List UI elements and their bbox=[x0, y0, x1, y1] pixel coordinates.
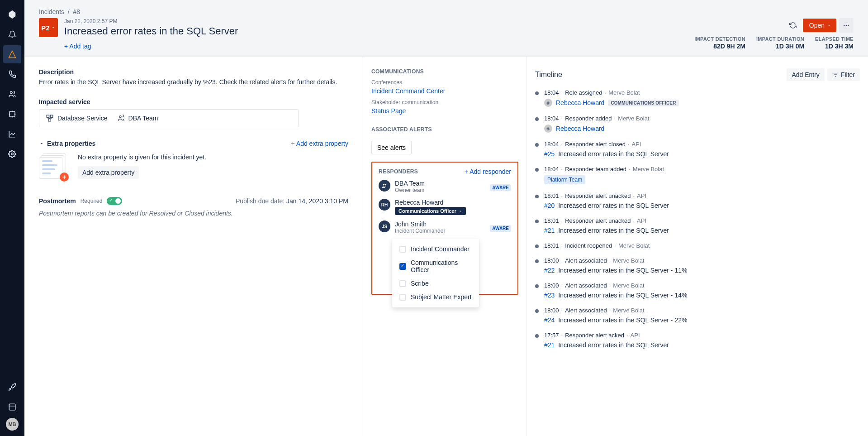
role-option[interactable]: Scribe bbox=[392, 277, 479, 290]
responders-section: RESPONDERS + Add responder DBA TeamOwner… bbox=[371, 162, 518, 295]
extra-property-illustration: + bbox=[39, 153, 66, 179]
add-tag-link[interactable]: + Add tag bbox=[64, 43, 91, 50]
filter-button[interactable]: Filter bbox=[827, 68, 860, 81]
incident-command-center-link[interactable]: Incident Command Center bbox=[371, 87, 518, 95]
timeline-event: Responder alert closed bbox=[565, 141, 626, 148]
more-button[interactable] bbox=[839, 18, 854, 33]
description-text: Error rates in the SQL Server have incre… bbox=[39, 78, 348, 86]
timeline-dot bbox=[535, 284, 539, 288]
add-extra-property-link[interactable]: + Add extra property bbox=[291, 140, 348, 147]
breadcrumb-root[interactable]: Incidents bbox=[39, 8, 64, 15]
add-responder-link[interactable]: + Add responder bbox=[465, 168, 511, 175]
archive-icon[interactable] bbox=[3, 398, 21, 416]
bell-icon[interactable] bbox=[3, 25, 21, 43]
stat-label: ELAPSED TIME bbox=[815, 36, 854, 42]
svg-point-2 bbox=[11, 153, 14, 155]
aware-badge: AWARE bbox=[490, 184, 511, 191]
svg-rect-3 bbox=[9, 404, 15, 410]
see-alerts-button[interactable]: See alerts bbox=[371, 141, 412, 154]
timeline-dot bbox=[535, 309, 539, 313]
timeline-alert-ref[interactable]: #22 bbox=[544, 267, 555, 274]
responder-name: Rebecca Howard bbox=[395, 199, 511, 206]
user-avatar[interactable]: MB bbox=[6, 418, 19, 431]
timeline-event: Alert associated bbox=[565, 257, 607, 264]
svg-point-5 bbox=[846, 25, 847, 26]
timeline-alert-ref[interactable]: #25 bbox=[544, 150, 555, 158]
team-icon[interactable] bbox=[3, 85, 21, 103]
timeline-time: 18:00 bbox=[544, 282, 559, 289]
incidents-icon[interactable] bbox=[3, 45, 21, 63]
timeline-time: 18:01 bbox=[544, 192, 559, 199]
timeline-event: Responder alert unacked bbox=[565, 217, 631, 224]
timeline-alert-ref[interactable]: #21 bbox=[544, 341, 555, 349]
timeline-dot bbox=[535, 220, 539, 223]
role-option-label: Incident Commander bbox=[411, 245, 470, 253]
status-page-link[interactable]: Status Page bbox=[371, 107, 518, 115]
open-status-button[interactable]: Open bbox=[803, 19, 836, 32]
responder-item: RHRebecca HowardCommunications Officer bbox=[379, 199, 511, 215]
timeline-user-link[interactable]: Rebecca Howard bbox=[556, 99, 604, 106]
header-stats: IMPACT DETECTION82D 9H 2MIMPACT DURATION… bbox=[694, 36, 854, 50]
timeline-heading: Timeline bbox=[535, 71, 562, 79]
timeline-actor: API bbox=[637, 217, 646, 224]
incident-header: Incidents / #8 P2 Jan 22, 2020 2:57 PM I… bbox=[24, 0, 868, 57]
postmortem-required-toggle[interactable] bbox=[107, 197, 122, 205]
timeline-user-link[interactable]: Rebecca Howard bbox=[556, 125, 604, 132]
responder-role-pill[interactable]: Communications Officer bbox=[395, 207, 466, 215]
timeline-entry: 18:04·Responder added·Merve Bolat◉Rebecc… bbox=[535, 115, 860, 133]
timeline-alert-text: Increased error rates in the SQL Server … bbox=[558, 267, 687, 274]
timeline-alert-ref[interactable]: #24 bbox=[544, 316, 555, 324]
add-extra-property-button[interactable]: Add extra property bbox=[78, 166, 139, 179]
checkbox-icon bbox=[399, 246, 406, 253]
impacted-heading: Impacted service bbox=[39, 98, 348, 105]
timeline-event: Responder added bbox=[565, 115, 612, 122]
svg-point-0 bbox=[10, 91, 13, 94]
team-chip[interactable]: Platform Team bbox=[544, 175, 585, 184]
breadcrumb: Incidents / #8 bbox=[39, 8, 854, 15]
svg-rect-7 bbox=[47, 115, 49, 117]
svg-point-10 bbox=[119, 116, 121, 118]
timeline-alert-text: Increased error rates in the SQL Server bbox=[558, 150, 669, 158]
timeline-time: 18:00 bbox=[544, 307, 559, 314]
role-option[interactable]: Incident Commander bbox=[392, 242, 479, 256]
stakeholder-label: Stakeholder communication bbox=[371, 99, 518, 105]
timeline-event: Alert associated bbox=[565, 307, 607, 314]
integration-icon[interactable] bbox=[3, 105, 21, 123]
description-heading: Description bbox=[39, 68, 348, 76]
rocket-icon[interactable] bbox=[3, 378, 21, 396]
phone-icon[interactable] bbox=[3, 65, 21, 83]
timeline-entry: 18:01·Incident reopened·Merve Bolat bbox=[535, 242, 860, 249]
timeline-actor: API bbox=[631, 332, 640, 339]
timeline-entry: 18:04·Role assigned·Merve Bolat◉Rebecca … bbox=[535, 89, 860, 107]
timeline-entry: 18:01·Responder alert unacked·API#21Incr… bbox=[535, 217, 860, 234]
checkbox-icon bbox=[399, 280, 406, 287]
stat-label: IMPACT DURATION bbox=[756, 36, 804, 42]
timeline-alert-ref[interactable]: #20 bbox=[544, 202, 555, 209]
timeline-alert-ref[interactable]: #21 bbox=[544, 227, 555, 234]
timeline-dot bbox=[535, 244, 539, 248]
responder-avatar: JS bbox=[379, 220, 390, 232]
checkbox-icon bbox=[399, 294, 406, 301]
timeline-actor: Merve Bolat bbox=[613, 307, 644, 314]
role-option[interactable]: Subject Matter Expert bbox=[392, 290, 479, 304]
stat-value: 1D 3H 3M bbox=[815, 43, 854, 50]
refresh-button[interactable] bbox=[786, 18, 800, 33]
analytics-icon[interactable] bbox=[3, 125, 21, 143]
avatar-icon: ◉ bbox=[544, 125, 552, 133]
settings-icon[interactable] bbox=[3, 145, 21, 163]
timeline-alert-text: Increased error rates in the SQL Server bbox=[558, 202, 669, 209]
priority-badge[interactable]: P2 bbox=[39, 18, 58, 37]
aware-badge: AWARE bbox=[490, 225, 511, 232]
timeline-alert-ref[interactable]: #23 bbox=[544, 292, 555, 299]
timeline-entry: 18:01·Responder alert unacked·API#20Incr… bbox=[535, 192, 860, 209]
add-entry-button[interactable]: Add Entry bbox=[787, 68, 824, 81]
role-option[interactable]: Communications Officer bbox=[392, 256, 479, 277]
role-dropdown: Incident CommanderCommunications Officer… bbox=[392, 239, 479, 307]
extra-properties-heading[interactable]: Extra properties bbox=[39, 140, 95, 147]
responder-item: DBA TeamOwner teamAWARE bbox=[379, 180, 511, 193]
timeline-actor: Merve Bolat bbox=[633, 166, 664, 172]
timeline-entry: 18:00·Alert associated·Merve Bolat#23Inc… bbox=[535, 282, 860, 299]
role-chip: COMMUNICATIONS OFFICER bbox=[608, 100, 678, 106]
role-option-label: Scribe bbox=[411, 280, 429, 287]
logo-icon[interactable] bbox=[3, 5, 21, 24]
